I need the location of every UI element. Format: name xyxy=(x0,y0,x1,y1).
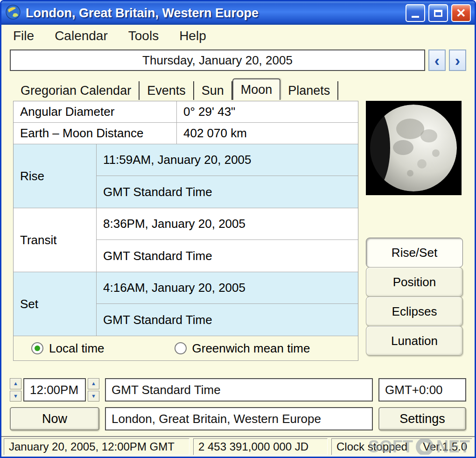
tab-bar: Gregorian Calendar Events Sun Moon Plane… xyxy=(13,78,463,100)
status-datetime: January 20, 2005, 12:00PM GMT xyxy=(4,438,189,455)
menu-help[interactable]: Help xyxy=(179,28,206,43)
date-display[interactable]: Thursday, January 20, 2005 xyxy=(10,49,425,71)
table-row-distance: Earth – Moon Distance 402 070 km xyxy=(14,123,358,144)
lunation-button[interactable]: Lunation xyxy=(366,326,463,356)
menu-bar: File Calendar Tools Help xyxy=(1,25,475,47)
row-label: Earth – Moon Distance xyxy=(14,123,177,144)
moon-view-buttons: Rise/Set Position Eclipses Lunation xyxy=(366,238,463,356)
row-label: Rise xyxy=(14,144,97,208)
radio-label: Local time xyxy=(49,341,105,356)
tab-gregorian-calendar[interactable]: Gregorian Calendar xyxy=(13,81,140,100)
location-field[interactable]: London, Great Britain, Western Europe xyxy=(105,407,373,430)
menu-file[interactable]: File xyxy=(13,28,34,43)
radio-unselected-icon xyxy=(175,342,187,354)
tab-events[interactable]: Events xyxy=(140,81,194,100)
close-button[interactable]: ✕ xyxy=(451,4,471,22)
spin-up-icon: ▲ xyxy=(13,381,18,386)
radio-label: Greenwich mean time xyxy=(192,341,310,356)
prev-day-button[interactable]: ‹ xyxy=(428,49,446,71)
app-window: London, Great Britain, Western Europe ✕ … xyxy=(0,0,476,458)
chevron-left-icon: ‹ xyxy=(434,51,440,70)
clock-controls: ▲ ▼ 12:00PM ▲ ▼ GMT Standard Time xyxy=(10,373,466,430)
local-time-radio[interactable]: Local time xyxy=(31,341,105,356)
maximize-button[interactable] xyxy=(428,4,448,22)
row-timezone: GMT Standard Time xyxy=(97,304,358,336)
row-value: 0° 29' 43" xyxy=(177,101,358,122)
position-button[interactable]: Position xyxy=(366,267,463,297)
status-bar: January 20, 2005, 12:00PM GMT 2 453 391,… xyxy=(1,436,475,457)
moon-data-table: Angular Diameter 0° 29' 43" Earth – Moon… xyxy=(13,101,358,361)
moon-phase-image xyxy=(366,101,462,195)
hour-up-button[interactable]: ▲ xyxy=(10,378,21,389)
hour-down-button[interactable]: ▼ xyxy=(10,391,21,402)
globe-icon xyxy=(5,4,21,22)
table-row-rise: Rise 11:59AM, January 20, 2005 GMT Stand… xyxy=(14,144,358,208)
tab-moon[interactable]: Moon xyxy=(232,78,281,100)
minimize-button[interactable] xyxy=(406,4,425,22)
spin-up-icon: ▲ xyxy=(91,381,96,386)
time-input[interactable]: 12:00PM xyxy=(23,378,86,402)
moon-side-panel: Rise/Set Position Eclipses Lunation xyxy=(366,101,463,356)
status-julian-date: 2 453 391,000 000 JD xyxy=(193,438,328,455)
window-title: London, Great Britain, Western Europe xyxy=(26,6,259,21)
close-icon: ✕ xyxy=(456,6,466,21)
minimize-icon xyxy=(412,16,419,18)
minute-up-button[interactable]: ▲ xyxy=(88,378,99,389)
rise-set-button[interactable]: Rise/Set xyxy=(366,238,463,268)
tab-sun[interactable]: Sun xyxy=(194,81,232,100)
row-time: 11:59AM, January 20, 2005 xyxy=(97,144,358,176)
version-text: Ver.1.5.0 xyxy=(423,440,467,453)
moon-tab-content: Angular Diameter 0° 29' 43" Earth – Moon… xyxy=(13,101,463,373)
tab-planets[interactable]: Planets xyxy=(280,81,338,100)
row-time: 8:36PM, January 20, 2005 xyxy=(97,208,358,240)
greenwich-time-radio[interactable]: Greenwich mean time xyxy=(175,341,310,356)
minute-down-button[interactable]: ▼ xyxy=(88,391,99,402)
spin-down-icon: ▼ xyxy=(13,394,18,399)
row-timezone: GMT Standard Time xyxy=(97,240,358,272)
clock-status-text: Clock stopped xyxy=(336,440,407,453)
timezone-field[interactable]: GMT Standard Time xyxy=(105,378,373,402)
maximize-icon xyxy=(434,10,442,17)
radio-selected-icon xyxy=(31,342,43,354)
window-controls: ✕ xyxy=(406,4,471,22)
row-label: Transit xyxy=(14,208,97,272)
settings-button[interactable]: Settings xyxy=(378,407,466,430)
next-day-button[interactable]: › xyxy=(449,49,466,71)
row-label: Set xyxy=(14,272,97,336)
table-row-set: Set 4:16AM, January 20, 2005 GMT Standar… xyxy=(14,272,358,336)
now-button[interactable]: Now xyxy=(10,407,99,430)
row-time: 4:16AM, January 20, 2005 xyxy=(97,272,358,304)
eclipses-button[interactable]: Eclipses xyxy=(366,296,463,326)
menu-tools[interactable]: Tools xyxy=(128,28,159,43)
date-navigation: Thursday, January 20, 2005 ‹ › xyxy=(10,49,466,71)
time-mode-options: Local time Greenwich mean time xyxy=(14,336,358,360)
table-row-transit: Transit 8:36PM, January 20, 2005 GMT Sta… xyxy=(14,208,358,272)
chevron-right-icon: › xyxy=(455,51,460,70)
gmt-offset-field[interactable]: GMT+0:00 xyxy=(378,378,466,402)
status-clock-section: Clock stopped Ver.1.5.0 SOFT NET xyxy=(331,438,472,455)
spin-down-icon: ▼ xyxy=(91,394,96,399)
row-value: 402 070 km xyxy=(177,123,358,144)
row-timezone: GMT Standard Time xyxy=(97,176,358,208)
time-spinner-group: ▲ ▼ 12:00PM ▲ ▼ xyxy=(10,378,99,402)
table-row-angular-diameter: Angular Diameter 0° 29' 43" xyxy=(14,101,358,123)
menu-calendar[interactable]: Calendar xyxy=(55,28,108,43)
row-label: Angular Diameter xyxy=(14,101,177,122)
titlebar: London, Great Britain, Western Europe ✕ xyxy=(1,1,475,25)
